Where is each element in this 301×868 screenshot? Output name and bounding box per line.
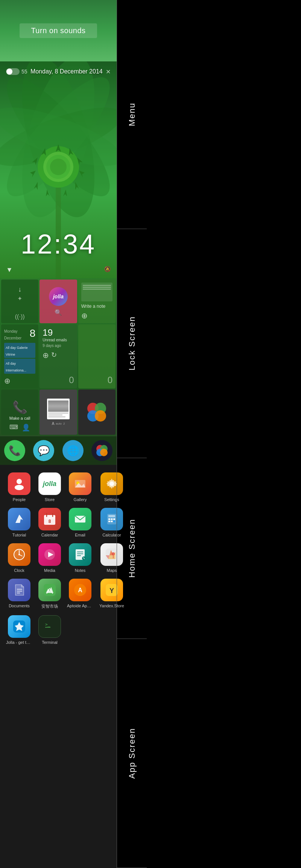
lock-screen: 55 Monday, 8 December 2014 ✕ 12:34 ▼ . 🔕 [0,61,117,278]
svg-text:A: A [78,587,82,593]
svg-rect-37 [108,518,110,520]
lock-screen-label: Lock Screen [127,316,137,370]
app-name-email: Email [75,533,85,537]
calendar-add-icon: ⊕ [4,377,11,385]
app-item-anzhi[interactable]: 安智市场 [38,579,61,609]
app-icon-calendar: 8 [38,508,61,530]
app-icon-tutorial [8,508,30,530]
app-icon-gallery [69,472,91,495]
app-icon-aptoide: A [69,579,91,601]
browser-zoom-value: 2 [63,422,65,425]
app-item-tutorial[interactable]: Tutorial [6,508,32,537]
app-name-people: People [13,497,26,502]
app-icon-media [38,543,61,566]
svg-rect-42 [113,521,115,522]
svg-rect-29 [44,515,55,519]
down-arrow-icon: ↓ [18,286,21,293]
menu-section: Turn on sounds [0,0,117,61]
app-name-anzhi: 安智市场 [41,604,58,609]
app-grid: People jolla Store Gallery [0,469,117,648]
app-icon-store: jolla [38,472,61,495]
svg-rect-39 [113,518,115,520]
home-grid-row1: ↓ ✦ ((·)) jolla 🔍 [0,278,117,324]
svg-text:Y: Y [109,587,114,594]
dock-messages[interactable]: 💬 [33,440,54,461]
home-tile-notes-count[interactable]: 0 [78,324,116,388]
notes-zero-badge: 0 [69,375,74,385]
app-icon-jolla [8,615,30,638]
app-item-terminal[interactable]: >_ Terminal [38,615,61,645]
app-item-documents[interactable]: Documents [6,579,32,609]
svg-point-22 [17,479,22,484]
app-name-media: Media [44,568,55,573]
svg-text:8: 8 [49,519,51,524]
app-name-tutorial: Tutorial [12,533,26,537]
menu-banner-text: Turn on sounds [31,26,85,35]
calendar-event-1: All day Galerie Vitrine [4,343,35,358]
svg-rect-41 [111,521,112,522]
svg-point-20 [50,159,67,175]
app-item-notes[interactable]: ✎ Notes [67,543,93,573]
lock-date: Monday, 8 December 2014 [30,66,103,77]
home-tile-notes[interactable]: Write a note ⊕ [78,280,116,323]
svg-text:✎: ✎ [83,557,85,560]
app-name-maps: Maps [106,568,117,573]
app-icon-people [8,472,30,495]
lock-time-text: 12:34 [0,229,117,260]
svg-point-58 [112,552,115,555]
write-note-label: Write a note [81,304,112,309]
home-tile-arrows[interactable]: ↓ ✦ ((·)) [1,280,38,323]
app-icon-terminal: >_ [38,615,61,638]
home-tile-jolla[interactable]: jolla 🔍 [40,280,77,323]
bluetooth-icon: ✦ [17,295,22,302]
dock-camera[interactable] [91,440,112,461]
app-name-jolla: Jolla - get to ... [6,640,32,645]
email-count: 19 [43,327,53,338]
email-sublabel: 9 days ago [43,344,74,348]
app-item-aptoide[interactable]: A Aptoide Apps... [67,579,93,609]
jolla-logo: jolla [49,287,68,306]
app-item-jolla[interactable]: Jolla - get to ... [6,615,32,645]
app-name-terminal: Terminal [42,640,58,645]
label-lock: Lock Screen [117,229,147,458]
label-app: App Screen [117,639,147,868]
wifi-icon: ▼ [6,266,13,274]
home-tile-calendar[interactable]: MondayDecember 8 All day Galerie Vitrine… [1,324,38,388]
home-tile-phone[interactable]: 📞 Make a call ⌨ 👤 [1,390,38,435]
app-name-documents: Documents [9,604,30,608]
app-name-notes: Notes [75,568,86,573]
volume-value: 55 [21,69,27,75]
svg-rect-36 [108,515,115,517]
menu-label: Menu [127,102,137,126]
app-name-aptoide: Aptoide Apps... [67,604,93,608]
home-tile-camera[interactable] [78,390,116,435]
toggle-knob [6,69,12,75]
search-icon-tile: 🔍 [55,309,62,316]
svg-text:>_: >_ [45,622,50,627]
svg-point-23 [15,485,24,490]
section-labels: Menu Lock Screen Home Screen App Screen [117,0,147,868]
volume-toggle[interactable] [6,68,20,75]
home-grid-row3: 📞 Make a call ⌨ 👤 [0,390,117,436]
app-item-email[interactable]: Email [67,508,93,537]
browser-zoom-label: A [52,422,55,426]
app-item-gallery[interactable]: Gallery [67,472,93,502]
app-item-people[interactable]: People [6,472,32,502]
app-item-clock[interactable]: Clock [6,543,32,573]
app-item-calendar[interactable]: 8 Calendar [38,508,61,537]
lock-date-text: Monday, 8 December 2014 [30,68,103,75]
app-item-store[interactable]: jolla Store [38,472,61,502]
home-tile-browser[interactable]: A auto 2 [40,390,77,435]
dock-phone[interactable]: 📞 [4,440,25,461]
menu-banner[interactable]: Turn on sounds [20,23,97,38]
app-item-media[interactable]: Media [38,543,61,573]
contacts-icon: 👤 [22,423,30,432]
wifi-small-icon: ((·)) [15,313,25,320]
keyboard-icon: ⌨ [9,423,18,432]
signal-icon: ✕ [106,68,111,75]
home-tile-email[interactable]: 19 Unread emails 9 days ago ⊕ ↻ 0 [40,324,77,388]
volume-control[interactable]: 55 [6,68,27,75]
app-icon-email [69,508,91,530]
dock-browser[interactable]: 🌐 [62,440,84,461]
camera-circles [87,403,106,422]
